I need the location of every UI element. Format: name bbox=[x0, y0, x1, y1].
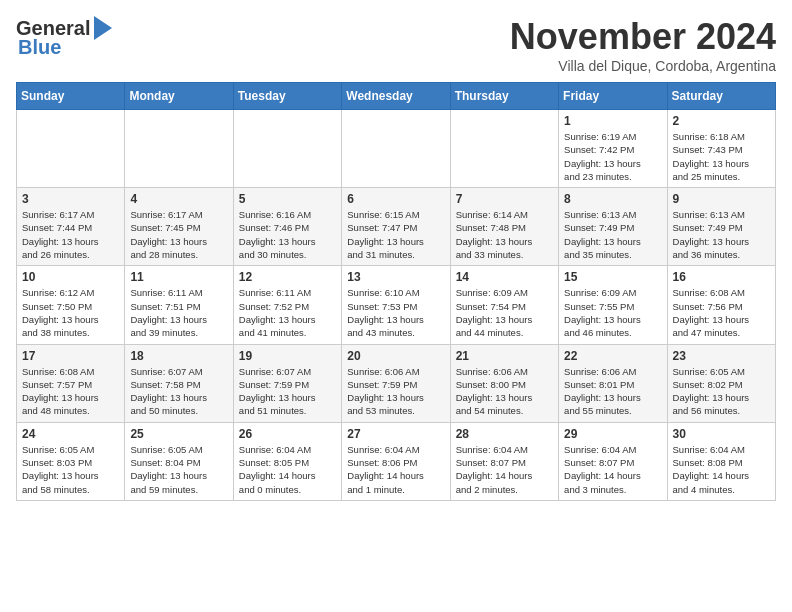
day-header-tuesday: Tuesday bbox=[233, 83, 341, 110]
day-number: 10 bbox=[22, 270, 119, 284]
day-info: Sunrise: 6:07 AM Sunset: 7:59 PM Dayligh… bbox=[239, 365, 336, 418]
day-number: 2 bbox=[673, 114, 770, 128]
logo-arrow-icon bbox=[94, 16, 112, 40]
calendar-cell: 15Sunrise: 6:09 AM Sunset: 7:55 PM Dayli… bbox=[559, 266, 667, 344]
day-number: 14 bbox=[456, 270, 553, 284]
day-info: Sunrise: 6:07 AM Sunset: 7:58 PM Dayligh… bbox=[130, 365, 227, 418]
day-number: 6 bbox=[347, 192, 444, 206]
day-info: Sunrise: 6:13 AM Sunset: 7:49 PM Dayligh… bbox=[673, 208, 770, 261]
calendar-cell: 1Sunrise: 6:19 AM Sunset: 7:42 PM Daylig… bbox=[559, 110, 667, 188]
calendar-cell bbox=[125, 110, 233, 188]
calendar-cell: 23Sunrise: 6:05 AM Sunset: 8:02 PM Dayli… bbox=[667, 344, 775, 422]
title-section: November 2024 Villa del Dique, Cordoba, … bbox=[510, 16, 776, 74]
day-info: Sunrise: 6:04 AM Sunset: 8:06 PM Dayligh… bbox=[347, 443, 444, 496]
day-number: 26 bbox=[239, 427, 336, 441]
day-number: 15 bbox=[564, 270, 661, 284]
day-number: 5 bbox=[239, 192, 336, 206]
day-info: Sunrise: 6:11 AM Sunset: 7:51 PM Dayligh… bbox=[130, 286, 227, 339]
day-info: Sunrise: 6:18 AM Sunset: 7:43 PM Dayligh… bbox=[673, 130, 770, 183]
calendar-cell bbox=[450, 110, 558, 188]
day-number: 30 bbox=[673, 427, 770, 441]
day-header-thursday: Thursday bbox=[450, 83, 558, 110]
day-info: Sunrise: 6:09 AM Sunset: 7:54 PM Dayligh… bbox=[456, 286, 553, 339]
calendar-header-row: SundayMondayTuesdayWednesdayThursdayFrid… bbox=[17, 83, 776, 110]
calendar-cell: 6Sunrise: 6:15 AM Sunset: 7:47 PM Daylig… bbox=[342, 188, 450, 266]
calendar-cell: 28Sunrise: 6:04 AM Sunset: 8:07 PM Dayli… bbox=[450, 422, 558, 500]
day-info: Sunrise: 6:15 AM Sunset: 7:47 PM Dayligh… bbox=[347, 208, 444, 261]
day-info: Sunrise: 6:04 AM Sunset: 8:05 PM Dayligh… bbox=[239, 443, 336, 496]
day-number: 4 bbox=[130, 192, 227, 206]
day-number: 8 bbox=[564, 192, 661, 206]
day-info: Sunrise: 6:08 AM Sunset: 7:56 PM Dayligh… bbox=[673, 286, 770, 339]
calendar-cell: 12Sunrise: 6:11 AM Sunset: 7:52 PM Dayli… bbox=[233, 266, 341, 344]
day-number: 7 bbox=[456, 192, 553, 206]
calendar-cell: 2Sunrise: 6:18 AM Sunset: 7:43 PM Daylig… bbox=[667, 110, 775, 188]
day-number: 9 bbox=[673, 192, 770, 206]
day-number: 16 bbox=[673, 270, 770, 284]
day-number: 24 bbox=[22, 427, 119, 441]
day-info: Sunrise: 6:11 AM Sunset: 7:52 PM Dayligh… bbox=[239, 286, 336, 339]
day-info: Sunrise: 6:06 AM Sunset: 8:00 PM Dayligh… bbox=[456, 365, 553, 418]
calendar-week-5: 24Sunrise: 6:05 AM Sunset: 8:03 PM Dayli… bbox=[17, 422, 776, 500]
day-number: 1 bbox=[564, 114, 661, 128]
calendar-cell: 17Sunrise: 6:08 AM Sunset: 7:57 PM Dayli… bbox=[17, 344, 125, 422]
calendar-cell: 27Sunrise: 6:04 AM Sunset: 8:06 PM Dayli… bbox=[342, 422, 450, 500]
day-info: Sunrise: 6:13 AM Sunset: 7:49 PM Dayligh… bbox=[564, 208, 661, 261]
day-number: 17 bbox=[22, 349, 119, 363]
day-info: Sunrise: 6:17 AM Sunset: 7:44 PM Dayligh… bbox=[22, 208, 119, 261]
day-header-saturday: Saturday bbox=[667, 83, 775, 110]
day-header-friday: Friday bbox=[559, 83, 667, 110]
day-number: 29 bbox=[564, 427, 661, 441]
day-header-monday: Monday bbox=[125, 83, 233, 110]
day-number: 12 bbox=[239, 270, 336, 284]
day-info: Sunrise: 6:08 AM Sunset: 7:57 PM Dayligh… bbox=[22, 365, 119, 418]
day-number: 21 bbox=[456, 349, 553, 363]
day-info: Sunrise: 6:12 AM Sunset: 7:50 PM Dayligh… bbox=[22, 286, 119, 339]
calendar-week-1: 1Sunrise: 6:19 AM Sunset: 7:42 PM Daylig… bbox=[17, 110, 776, 188]
calendar-cell: 4Sunrise: 6:17 AM Sunset: 7:45 PM Daylig… bbox=[125, 188, 233, 266]
month-title: November 2024 bbox=[510, 16, 776, 58]
logo-blue: Blue bbox=[18, 36, 61, 59]
calendar-week-2: 3Sunrise: 6:17 AM Sunset: 7:44 PM Daylig… bbox=[17, 188, 776, 266]
day-info: Sunrise: 6:04 AM Sunset: 8:08 PM Dayligh… bbox=[673, 443, 770, 496]
day-number: 25 bbox=[130, 427, 227, 441]
day-number: 22 bbox=[564, 349, 661, 363]
calendar-table: SundayMondayTuesdayWednesdayThursdayFrid… bbox=[16, 82, 776, 501]
calendar-cell: 26Sunrise: 6:04 AM Sunset: 8:05 PM Dayli… bbox=[233, 422, 341, 500]
location-subtitle: Villa del Dique, Cordoba, Argentina bbox=[510, 58, 776, 74]
calendar-cell: 8Sunrise: 6:13 AM Sunset: 7:49 PM Daylig… bbox=[559, 188, 667, 266]
calendar-cell bbox=[233, 110, 341, 188]
calendar-cell: 25Sunrise: 6:05 AM Sunset: 8:04 PM Dayli… bbox=[125, 422, 233, 500]
day-number: 19 bbox=[239, 349, 336, 363]
day-number: 13 bbox=[347, 270, 444, 284]
calendar-week-4: 17Sunrise: 6:08 AM Sunset: 7:57 PM Dayli… bbox=[17, 344, 776, 422]
day-number: 3 bbox=[22, 192, 119, 206]
calendar-cell: 3Sunrise: 6:17 AM Sunset: 7:44 PM Daylig… bbox=[17, 188, 125, 266]
day-number: 27 bbox=[347, 427, 444, 441]
calendar-cell: 22Sunrise: 6:06 AM Sunset: 8:01 PM Dayli… bbox=[559, 344, 667, 422]
logo: General Blue bbox=[16, 16, 112, 59]
calendar-cell bbox=[342, 110, 450, 188]
day-info: Sunrise: 6:06 AM Sunset: 7:59 PM Dayligh… bbox=[347, 365, 444, 418]
calendar-cell: 29Sunrise: 6:04 AM Sunset: 8:07 PM Dayli… bbox=[559, 422, 667, 500]
day-info: Sunrise: 6:05 AM Sunset: 8:02 PM Dayligh… bbox=[673, 365, 770, 418]
day-info: Sunrise: 6:17 AM Sunset: 7:45 PM Dayligh… bbox=[130, 208, 227, 261]
day-header-sunday: Sunday bbox=[17, 83, 125, 110]
calendar-cell: 10Sunrise: 6:12 AM Sunset: 7:50 PM Dayli… bbox=[17, 266, 125, 344]
day-info: Sunrise: 6:05 AM Sunset: 8:03 PM Dayligh… bbox=[22, 443, 119, 496]
day-number: 11 bbox=[130, 270, 227, 284]
page-header: General Blue November 2024 Villa del Diq… bbox=[16, 16, 776, 74]
day-info: Sunrise: 6:05 AM Sunset: 8:04 PM Dayligh… bbox=[130, 443, 227, 496]
calendar-cell: 9Sunrise: 6:13 AM Sunset: 7:49 PM Daylig… bbox=[667, 188, 775, 266]
day-info: Sunrise: 6:19 AM Sunset: 7:42 PM Dayligh… bbox=[564, 130, 661, 183]
day-number: 23 bbox=[673, 349, 770, 363]
calendar-cell: 16Sunrise: 6:08 AM Sunset: 7:56 PM Dayli… bbox=[667, 266, 775, 344]
calendar-cell: 24Sunrise: 6:05 AM Sunset: 8:03 PM Dayli… bbox=[17, 422, 125, 500]
day-number: 20 bbox=[347, 349, 444, 363]
day-info: Sunrise: 6:16 AM Sunset: 7:46 PM Dayligh… bbox=[239, 208, 336, 261]
day-info: Sunrise: 6:10 AM Sunset: 7:53 PM Dayligh… bbox=[347, 286, 444, 339]
calendar-cell: 7Sunrise: 6:14 AM Sunset: 7:48 PM Daylig… bbox=[450, 188, 558, 266]
calendar-cell: 20Sunrise: 6:06 AM Sunset: 7:59 PM Dayli… bbox=[342, 344, 450, 422]
calendar-cell: 13Sunrise: 6:10 AM Sunset: 7:53 PM Dayli… bbox=[342, 266, 450, 344]
day-info: Sunrise: 6:09 AM Sunset: 7:55 PM Dayligh… bbox=[564, 286, 661, 339]
